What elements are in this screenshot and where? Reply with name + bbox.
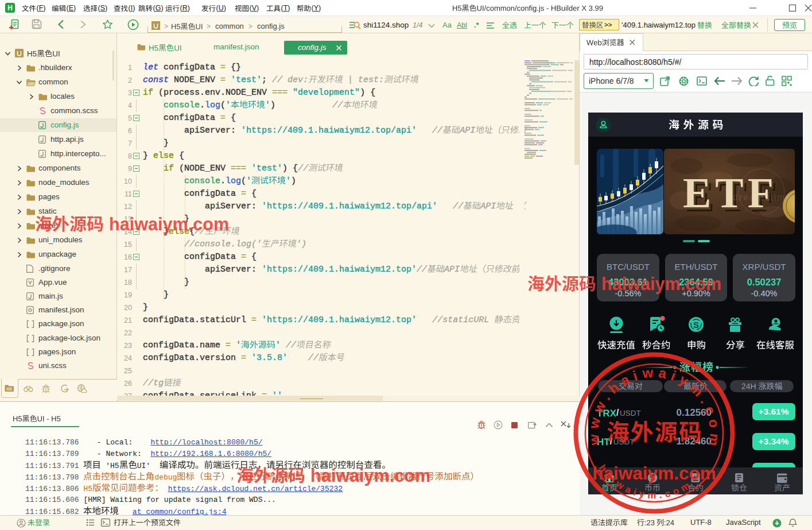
svg-text:haiwaiym.com: haiwaiym.com xyxy=(601,274,721,294)
svg-text:haiwaiym.com: haiwaiym.com xyxy=(592,463,716,483)
svg-text:haiwaiym.com: haiwaiym.com xyxy=(109,214,229,234)
svg-text:H: H xyxy=(7,4,13,12)
svg-text:dreamstime: dreamstime xyxy=(733,192,792,202)
svg-text:haiwaiym.com: haiwaiym.com xyxy=(310,466,430,486)
svg-text:www.haiwaiym.com: www.haiwaiym.com xyxy=(585,364,723,451)
svg-text:S: S xyxy=(693,320,699,330)
